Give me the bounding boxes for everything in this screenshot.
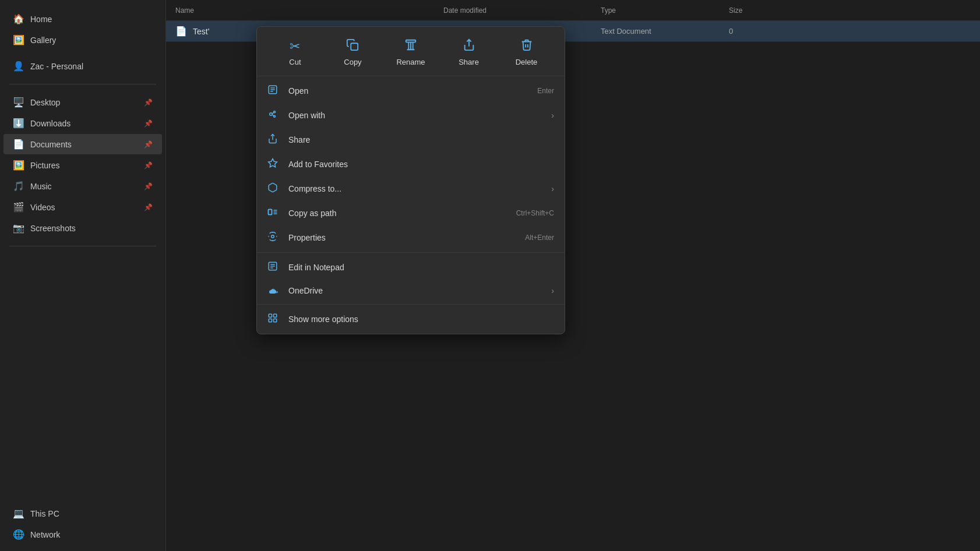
sidebar-item-label: This PC [30, 509, 153, 518]
home-icon: 🏠 [13, 13, 24, 24]
sidebar-item-home[interactable]: 🏠 Home [3, 9, 162, 29]
sidebar-item-user[interactable]: 👤 Zac - Personal [3, 56, 162, 76]
cm-divider-2 [257, 304, 565, 305]
properties-icon [267, 231, 284, 244]
pin-icon: 📌 [144, 161, 153, 169]
sidebar-item-label: Desktop [30, 98, 138, 107]
main-content: Name Date modified Type Size 📄 Test' 8/1… [166, 0, 980, 551]
screenshots-icon: 📷 [13, 222, 24, 234]
svg-rect-15 [269, 210, 272, 215]
favorites-label: Add to Favorites [288, 160, 554, 169]
sidebar-item-desktop[interactable]: 🖥️ Desktop 📌 [3, 92, 162, 112]
compress-icon [267, 182, 284, 195]
sidebar-divider-2 [9, 246, 156, 246]
copy-path-icon [267, 207, 284, 220]
pictures-icon: 🖼️ [13, 160, 24, 171]
cm-divider-1 [257, 252, 565, 253]
pin-icon: 📌 [144, 119, 153, 128]
sidebar-item-downloads[interactable]: ⬇️ Downloads 📌 [3, 113, 162, 133]
sidebar-item-label: Documents [30, 140, 138, 149]
compress-arrow-icon: › [551, 184, 554, 193]
sidebar-item-videos[interactable]: 🎬 Videos 📌 [3, 197, 162, 217]
cm-item-edit-notepad[interactable]: Edit in Notepad [257, 255, 565, 280]
open-with-arrow-icon: › [551, 111, 554, 120]
sidebar-item-music[interactable]: 🎵 Music 📌 [3, 176, 162, 196]
open-label: Open [288, 86, 537, 96]
svg-rect-1 [406, 40, 416, 43]
network-icon: 🌐 [13, 529, 24, 540]
cm-item-open-with[interactable]: Open with › [257, 103, 565, 128]
sidebar-item-label: Videos [30, 203, 138, 212]
cm-item-open[interactable]: Open Enter [257, 79, 565, 103]
sidebar-bottom-section: 💻 This PC 🌐 Network [0, 503, 165, 545]
svg-rect-0 [351, 43, 358, 50]
show-more-label: Show more options [288, 315, 554, 324]
sidebar: 🏠 Home 🖼️ Gallery 👤 Zac - Personal 🖥️ De… [0, 0, 166, 551]
compress-label: Compress to... [288, 184, 547, 193]
svg-rect-26 [269, 319, 272, 322]
context-menu-items: Open Enter Open with › Share [257, 76, 565, 334]
sidebar-item-thispc[interactable]: 💻 This PC [3, 503, 162, 524]
sidebar-divider-1 [9, 84, 156, 84]
sidebar-item-label: Home [30, 15, 153, 24]
properties-label: Properties [288, 233, 525, 242]
cm-item-copy-path[interactable]: Copy as path Ctrl+Shift+C [257, 201, 565, 225]
context-menu-toolbar: ✂ Cut Copy Rename [257, 27, 565, 76]
sidebar-user-label: Zac - Personal [30, 62, 153, 71]
edit-notepad-label: Edit in Notepad [288, 263, 554, 272]
sidebar-item-screenshots[interactable]: 📷 Screenshots [3, 218, 162, 238]
delete-icon [520, 38, 533, 54]
user-icon: 👤 [13, 61, 24, 72]
sidebar-item-documents[interactable]: 📄 Documents 📌 [3, 134, 162, 154]
sidebar-item-pictures[interactable]: 🖼️ Pictures 📌 [3, 155, 162, 175]
sidebar-user-section: 👤 Zac - Personal [0, 53, 165, 79]
cm-item-onedrive[interactable]: OneDrive › [257, 280, 565, 302]
sidebar-item-label: Gallery [30, 36, 153, 45]
cm-item-show-more[interactable]: Show more options [257, 307, 565, 331]
toolbar-share-button[interactable]: Share [446, 35, 492, 70]
copy-label: Copy [344, 58, 361, 66]
cm-item-share[interactable]: Share [257, 128, 565, 152]
pin-icon: 📌 [144, 140, 153, 149]
onedrive-icon [267, 285, 284, 296]
svg-rect-24 [269, 314, 272, 317]
toolbar-cut-button[interactable]: ✂ Cut [272, 36, 318, 70]
toolbar-copy-button[interactable]: Copy [329, 35, 376, 70]
share-menu-label: Share [288, 135, 554, 144]
context-menu: ✂ Cut Copy Rename [256, 26, 565, 334]
rename-icon [404, 38, 417, 54]
onedrive-arrow-icon: › [551, 286, 554, 295]
cm-item-properties[interactable]: Properties Alt+Enter [257, 225, 565, 250]
gallery-icon: 🖼️ [13, 34, 24, 45]
toolbar-rename-button[interactable]: Rename [387, 35, 434, 70]
share-menu-icon [267, 133, 284, 146]
svg-point-8 [274, 111, 276, 113]
sidebar-top-section: 🏠 Home 🖼️ Gallery [0, 6, 165, 53]
open-with-icon [267, 109, 284, 122]
copy-path-label: Copy as path [288, 209, 516, 218]
pin-icon: 📌 [144, 182, 153, 190]
notepad-icon [267, 261, 284, 274]
copy-path-shortcut: Ctrl+Shift+C [516, 209, 554, 217]
svg-point-9 [274, 115, 276, 117]
svg-point-19 [272, 235, 274, 238]
cut-icon: ✂ [290, 39, 300, 54]
svg-point-7 [270, 113, 273, 116]
cm-item-add-favorites[interactable]: Add to Favorites [257, 152, 565, 176]
share-icon [463, 38, 475, 54]
open-shortcut: Enter [537, 87, 554, 95]
cut-label: Cut [289, 58, 301, 66]
sidebar-item-label: Screenshots [30, 224, 153, 233]
open-with-label: Open with [288, 111, 547, 120]
thispc-icon: 💻 [13, 508, 24, 519]
sidebar-item-label: Network [30, 530, 153, 539]
svg-line-10 [272, 112, 273, 114]
sidebar-item-network[interactable]: 🌐 Network [3, 524, 162, 545]
music-icon: 🎵 [13, 181, 24, 192]
cm-item-compress[interactable]: Compress to... › [257, 176, 565, 201]
context-menu-overlay: ✂ Cut Copy Rename [166, 0, 980, 551]
rename-label: Rename [396, 58, 425, 66]
toolbar-delete-button[interactable]: Delete [503, 35, 550, 70]
sidebar-item-label: Pictures [30, 161, 138, 170]
sidebar-item-gallery[interactable]: 🖼️ Gallery [3, 30, 162, 50]
